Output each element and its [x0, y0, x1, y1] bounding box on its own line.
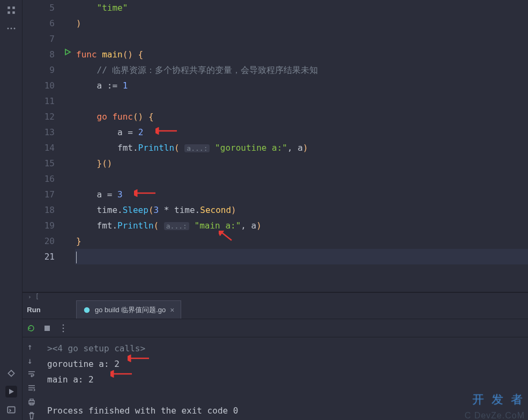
run-config-tab[interactable]: go build 临界值问题.go × — [76, 300, 181, 319]
line-number[interactable]: 13 — [30, 124, 55, 140]
go-file-icon — [83, 306, 91, 314]
run-tool-window-label[interactable]: Run — [23, 300, 45, 319]
output-exit: Process finished with the exit code 0 — [47, 406, 238, 416]
down-icon[interactable]: ↓ — [27, 356, 36, 364]
line-number[interactable]: 20 — [30, 233, 55, 249]
line-number[interactable]: 17 — [30, 187, 55, 202]
rerun-icon[interactable] — [27, 324, 35, 333]
svg-rect-16 — [44, 326, 50, 331]
output-line: goroutine a: 2 — [47, 359, 120, 369]
print-icon[interactable] — [27, 397, 36, 406]
svg-rect-3 — [12, 11, 15, 14]
line-number[interactable]: 10 — [30, 78, 55, 93]
svg-point-18 — [63, 327, 64, 329]
stop-icon[interactable] — [43, 324, 51, 333]
svg-marker-8 — [9, 389, 14, 394]
project-icon[interactable] — [5, 4, 17, 16]
line-number[interactable]: 14 — [30, 140, 55, 156]
svg-marker-7 — [8, 370, 14, 376]
line-number[interactable]: 8 — [30, 47, 55, 62]
code-paren: ) — [76, 18, 81, 28]
close-icon[interactable]: × — [170, 306, 174, 314]
main-area: 5 6 7 8 9 10 11 12 13 14 15 16 17 18 19 … — [23, 0, 528, 420]
run-gutter-icon[interactable] — [63, 48, 72, 58]
run-tool-icon[interactable] — [5, 386, 17, 397]
editor-pane: 5 6 7 8 9 10 11 12 13 14 15 16 17 18 19 … — [23, 0, 528, 292]
code-func-name: main — [102, 49, 123, 60]
soft-wrap-icon[interactable] — [27, 370, 36, 378]
line-number[interactable]: 15 — [30, 156, 55, 171]
output-line: main a: 2 — [47, 374, 94, 385]
terminal-output[interactable]: ><4 go setup calls> goroutine a: 2 main … — [41, 337, 528, 420]
line-number[interactable]: 16 — [30, 171, 55, 187]
editor-status-bar: › [ — [23, 292, 528, 300]
more-icon[interactable] — [5, 23, 17, 34]
svg-rect-9 — [8, 407, 15, 412]
up-icon[interactable]: ↑ — [27, 342, 36, 350]
terminal-header: Run go build 临界值问题.go × — [23, 300, 528, 319]
tab-label: go build 临界值问题.go — [95, 305, 166, 315]
line-number[interactable]: 5 — [30, 0, 55, 16]
line-number[interactable]: 21 — [30, 249, 55, 264]
output-setup: <4 go setup calls> — [53, 343, 145, 353]
line-number[interactable]: 19 — [30, 218, 55, 233]
line-number-gutter: 5 6 7 8 9 10 11 12 13 14 15 16 17 18 19 … — [30, 0, 62, 292]
run-gutter — [62, 0, 75, 292]
more-vertical-icon[interactable] — [59, 324, 68, 333]
svg-point-15 — [84, 307, 90, 313]
svg-point-4 — [7, 28, 9, 30]
code-editor[interactable]: "time" ) func main() { // 临界资源：多个协程共享的变量… — [75, 0, 528, 292]
svg-rect-0 — [8, 6, 10, 9]
folding-margin[interactable] — [23, 0, 30, 292]
line-number[interactable]: 9 — [30, 62, 55, 78]
svg-rect-2 — [8, 11, 10, 14]
line-number[interactable]: 11 — [30, 93, 55, 109]
chevron-right-icon[interactable]: › — [27, 293, 32, 300]
terminal-panel: Run go build 临界值问题.go × ↑ ↓ ><4 go setu — [23, 300, 528, 420]
svg-point-5 — [10, 28, 12, 30]
terminal-icon[interactable] — [5, 404, 17, 416]
terminal-toolbar — [23, 319, 528, 337]
line-number[interactable]: 12 — [30, 109, 55, 124]
text-cursor — [76, 252, 77, 263]
code-keyword: func — [76, 49, 97, 60]
line-number[interactable]: 6 — [30, 16, 55, 31]
param-hint: a...: — [184, 144, 210, 152]
line-number[interactable]: 18 — [30, 202, 55, 218]
svg-rect-1 — [12, 6, 15, 9]
code-string: "time" — [97, 3, 128, 13]
svg-point-17 — [63, 324, 64, 326]
line-number[interactable]: 7 — [30, 31, 55, 47]
code-comment: // 临界资源：多个协程共享的变量，会导致程序结果未知 — [97, 65, 318, 75]
scroll-to-end-icon[interactable] — [27, 384, 36, 392]
terminal-side-toolbar: ↑ ↓ — [23, 337, 41, 420]
left-tool-rail — [0, 0, 23, 420]
svg-marker-10 — [65, 49, 70, 55]
param-hint: a...: — [164, 222, 189, 230]
svg-point-6 — [13, 28, 15, 30]
services-icon[interactable] — [5, 367, 17, 379]
trash-icon[interactable] — [27, 411, 36, 420]
svg-point-19 — [63, 330, 64, 332]
svg-rect-21 — [30, 399, 33, 401]
